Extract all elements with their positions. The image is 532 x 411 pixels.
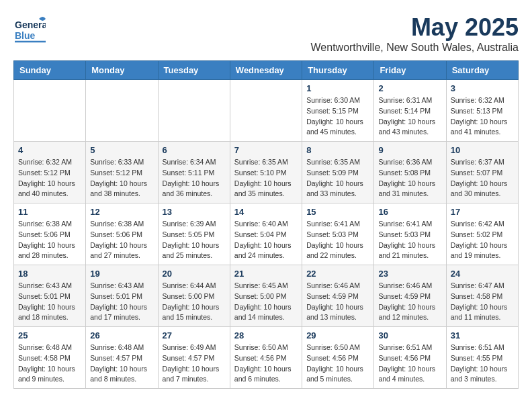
day-info: Sunrise: 6:44 AMSunset: 5:00 PMDaylight:… xyxy=(163,281,226,323)
day-number: 1 xyxy=(306,83,369,93)
day-number: 9 xyxy=(378,145,441,155)
day-info: Sunrise: 6:42 AMSunset: 5:02 PMDaylight:… xyxy=(451,219,514,261)
week-row-2: 4Sunrise: 6:32 AMSunset: 5:12 PMDaylight… xyxy=(14,142,519,203)
calendar-cell: 5Sunrise: 6:33 AMSunset: 5:12 PMDaylight… xyxy=(86,142,158,203)
day-number: 15 xyxy=(306,207,369,217)
day-info: Sunrise: 6:43 AMSunset: 5:01 PMDaylight:… xyxy=(90,281,153,323)
header-wednesday: Wednesday xyxy=(230,61,302,80)
calendar-cell xyxy=(14,80,86,142)
calendar-cell: 21Sunrise: 6:45 AMSunset: 5:00 PMDayligh… xyxy=(230,265,302,327)
day-number: 17 xyxy=(451,207,514,217)
day-info: Sunrise: 6:32 AMSunset: 5:13 PMDaylight:… xyxy=(451,95,514,138)
logo-icon: General Blue xyxy=(13,13,46,46)
week-row-3: 11Sunrise: 6:38 AMSunset: 5:06 PMDayligh… xyxy=(14,203,519,265)
day-info: Sunrise: 6:46 AMSunset: 4:59 PMDaylight:… xyxy=(378,281,441,323)
day-number: 11 xyxy=(18,207,81,217)
day-info: Sunrise: 6:49 AMSunset: 4:57 PMDaylight:… xyxy=(163,342,226,385)
day-info: Sunrise: 6:36 AMSunset: 5:08 PMDaylight:… xyxy=(378,157,441,199)
svg-text:General: General xyxy=(15,19,46,30)
day-info: Sunrise: 6:45 AMSunset: 5:00 PMDaylight:… xyxy=(234,281,298,323)
day-info: Sunrise: 6:40 AMSunset: 5:04 PMDaylight:… xyxy=(234,219,298,261)
day-info: Sunrise: 6:43 AMSunset: 5:01 PMDaylight:… xyxy=(18,281,81,323)
calendar-cell: 31Sunrise: 6:51 AMSunset: 4:55 PMDayligh… xyxy=(446,327,518,389)
day-info: Sunrise: 6:47 AMSunset: 4:58 PMDaylight:… xyxy=(451,281,514,323)
day-info: Sunrise: 6:39 AMSunset: 5:05 PMDaylight:… xyxy=(163,219,226,261)
day-number: 19 xyxy=(90,269,153,279)
calendar-cell: 15Sunrise: 6:41 AMSunset: 5:03 PMDayligh… xyxy=(302,203,374,265)
day-info: Sunrise: 6:48 AMSunset: 4:58 PMDaylight:… xyxy=(18,342,81,385)
calendar-cell: 16Sunrise: 6:41 AMSunset: 5:03 PMDayligh… xyxy=(374,203,446,265)
day-number: 28 xyxy=(234,330,298,340)
day-info: Sunrise: 6:34 AMSunset: 5:11 PMDaylight:… xyxy=(163,157,226,199)
month-title: May 2025 xyxy=(311,13,519,42)
day-info: Sunrise: 6:41 AMSunset: 5:03 PMDaylight:… xyxy=(378,219,441,261)
day-info: Sunrise: 6:38 AMSunset: 5:06 PMDaylight:… xyxy=(90,219,153,261)
day-number: 16 xyxy=(378,207,441,217)
calendar-cell: 29Sunrise: 6:50 AMSunset: 4:56 PMDayligh… xyxy=(302,327,374,389)
day-number: 23 xyxy=(378,269,441,279)
calendar-cell: 22Sunrise: 6:46 AMSunset: 4:59 PMDayligh… xyxy=(302,265,374,327)
calendar-cell xyxy=(86,80,158,142)
day-number: 18 xyxy=(18,269,81,279)
day-number: 20 xyxy=(163,269,226,279)
day-number: 31 xyxy=(451,330,514,340)
week-row-4: 18Sunrise: 6:43 AMSunset: 5:01 PMDayligh… xyxy=(14,265,519,327)
day-number: 30 xyxy=(378,330,441,340)
day-number: 25 xyxy=(18,330,81,340)
calendar-cell: 23Sunrise: 6:46 AMSunset: 4:59 PMDayligh… xyxy=(374,265,446,327)
logo: General Blue xyxy=(13,13,46,46)
day-info: Sunrise: 6:31 AMSunset: 5:14 PMDaylight:… xyxy=(378,95,441,138)
calendar-cell: 20Sunrise: 6:44 AMSunset: 5:00 PMDayligh… xyxy=(158,265,230,327)
calendar-cell: 25Sunrise: 6:48 AMSunset: 4:58 PMDayligh… xyxy=(14,327,86,389)
calendar-cell: 2Sunrise: 6:31 AMSunset: 5:14 PMDaylight… xyxy=(374,80,446,142)
calendar-table: SundayMondayTuesdayWednesdayThursdayFrid… xyxy=(13,60,519,389)
calendar-cell: 30Sunrise: 6:51 AMSunset: 4:56 PMDayligh… xyxy=(374,327,446,389)
day-info: Sunrise: 6:35 AMSunset: 5:10 PMDaylight:… xyxy=(234,157,298,199)
calendar-cell: 6Sunrise: 6:34 AMSunset: 5:11 PMDaylight… xyxy=(158,142,230,203)
header-monday: Monday xyxy=(86,61,158,80)
day-info: Sunrise: 6:51 AMSunset: 4:56 PMDaylight:… xyxy=(378,342,441,385)
calendar-cell: 9Sunrise: 6:36 AMSunset: 5:08 PMDaylight… xyxy=(374,142,446,203)
day-number: 27 xyxy=(163,330,226,340)
day-info: Sunrise: 6:51 AMSunset: 4:55 PMDaylight:… xyxy=(451,342,514,385)
day-number: 10 xyxy=(451,145,514,155)
calendar-cell: 11Sunrise: 6:38 AMSunset: 5:06 PMDayligh… xyxy=(14,203,86,265)
day-number: 2 xyxy=(378,83,441,93)
calendar-cell: 12Sunrise: 6:38 AMSunset: 5:06 PMDayligh… xyxy=(86,203,158,265)
calendar-cell: 17Sunrise: 6:42 AMSunset: 5:02 PMDayligh… xyxy=(446,203,518,265)
day-number: 4 xyxy=(18,145,81,155)
svg-text:Blue: Blue xyxy=(15,30,36,41)
header-thursday: Thursday xyxy=(302,61,374,80)
calendar-cell: 10Sunrise: 6:37 AMSunset: 5:07 PMDayligh… xyxy=(446,142,518,203)
day-info: Sunrise: 6:41 AMSunset: 5:03 PMDaylight:… xyxy=(306,219,369,261)
calendar-cell: 24Sunrise: 6:47 AMSunset: 4:58 PMDayligh… xyxy=(446,265,518,327)
calendar-cell xyxy=(158,80,230,142)
day-info: Sunrise: 6:33 AMSunset: 5:12 PMDaylight:… xyxy=(90,157,153,199)
day-info: Sunrise: 6:32 AMSunset: 5:12 PMDaylight:… xyxy=(18,157,81,199)
day-number: 22 xyxy=(306,269,369,279)
calendar-cell: 8Sunrise: 6:35 AMSunset: 5:09 PMDaylight… xyxy=(302,142,374,203)
calendar-header-row: SundayMondayTuesdayWednesdayThursdayFrid… xyxy=(14,61,519,80)
header-friday: Friday xyxy=(374,61,446,80)
calendar-cell xyxy=(230,80,302,142)
day-number: 5 xyxy=(90,145,153,155)
title-area: May 2025 Wentworthville, New South Wales… xyxy=(311,13,519,54)
calendar-cell: 13Sunrise: 6:39 AMSunset: 5:05 PMDayligh… xyxy=(158,203,230,265)
header-saturday: Saturday xyxy=(446,61,518,80)
day-info: Sunrise: 6:48 AMSunset: 4:57 PMDaylight:… xyxy=(90,342,153,385)
calendar-cell: 27Sunrise: 6:49 AMSunset: 4:57 PMDayligh… xyxy=(158,327,230,389)
location-subtitle: Wentworthville, New South Wales, Austral… xyxy=(311,42,519,54)
day-number: 3 xyxy=(451,83,514,93)
day-info: Sunrise: 6:38 AMSunset: 5:06 PMDaylight:… xyxy=(18,219,81,261)
day-info: Sunrise: 6:46 AMSunset: 4:59 PMDaylight:… xyxy=(306,281,369,323)
day-number: 26 xyxy=(90,330,153,340)
calendar-cell: 26Sunrise: 6:48 AMSunset: 4:57 PMDayligh… xyxy=(86,327,158,389)
calendar-cell: 19Sunrise: 6:43 AMSunset: 5:01 PMDayligh… xyxy=(86,265,158,327)
week-row-1: 1Sunrise: 6:30 AMSunset: 5:15 PMDaylight… xyxy=(14,80,519,142)
page-header: General Blue May 2025 Wentworthville, Ne… xyxy=(13,13,519,54)
day-number: 14 xyxy=(234,207,298,217)
day-info: Sunrise: 6:35 AMSunset: 5:09 PMDaylight:… xyxy=(306,157,369,199)
day-info: Sunrise: 6:50 AMSunset: 4:56 PMDaylight:… xyxy=(234,342,298,385)
calendar-cell: 3Sunrise: 6:32 AMSunset: 5:13 PMDaylight… xyxy=(446,80,518,142)
calendar-cell: 1Sunrise: 6:30 AMSunset: 5:15 PMDaylight… xyxy=(302,80,374,142)
